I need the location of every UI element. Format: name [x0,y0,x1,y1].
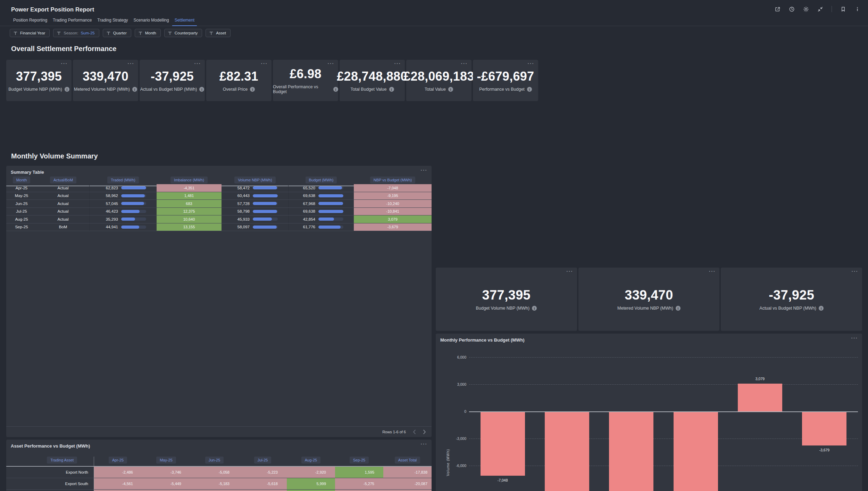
info-icon[interactable]: i [389,87,394,92]
card-menu-button[interactable]: ··· [394,60,401,67]
bookmark-icon[interactable] [840,6,846,12]
cell-month: Jun-25 [6,200,37,207]
cell-value: 35,293 [106,217,118,221]
cell-month-value [239,490,287,491]
info-icon[interactable]: i [199,87,204,92]
cell-type: Actual [37,215,90,223]
panel-menu-button[interactable]: ··· [421,441,428,447]
filter-asset[interactable]: Asset [206,29,231,37]
tab-scenario-modelling[interactable]: Scenario Modelling [134,18,169,26]
cell-volume-nbp: 58,798 [222,208,289,215]
cell-month-value: 5,999 [287,478,335,489]
card-menu-button[interactable]: ··· [528,60,535,67]
cell-value: 58,097 [237,225,250,229]
card-menu-button[interactable]: ··· [461,60,468,67]
info-icon[interactable]: i [532,306,537,311]
open-in-new-icon[interactable] [775,6,781,12]
column-header-apr-25[interactable]: Apr-25 [109,457,127,464]
cell-month-value: -5,449 [142,478,190,489]
next-page-button[interactable] [423,429,426,434]
panel-menu-button[interactable]: ··· [851,335,858,341]
card-menu-button[interactable]: ··· [261,60,268,67]
column-header-actual-bom[interactable]: Actual/BoM [50,177,76,183]
card-menu-button[interactable]: ··· [328,60,335,67]
cell-month: May-25 [6,192,37,200]
info-icon[interactable]: i [132,87,137,92]
section-title-monthly: Monthly Volume Summary [11,152,98,160]
info-icon[interactable]: i [65,87,69,92]
filter-type-icon [138,31,143,35]
card-menu-button[interactable]: ··· [194,60,201,67]
cell-value: 57,045 [106,202,118,206]
kpi-label: Total Budget Value [350,87,386,92]
cell-type: Actual [37,208,90,215]
tab-trading-strategy[interactable]: Trading Strategy [97,18,128,26]
info-icon[interactable]: i [250,87,255,92]
cell-type: Actual [37,184,90,192]
column-header-may-25[interactable]: May-25 [156,457,176,464]
filter-month[interactable]: Month [135,29,161,37]
card-menu-button[interactable]: ··· [61,60,68,67]
info-icon[interactable]: i [527,87,532,92]
info-icon[interactable]: i [819,306,824,311]
cell-month-value: 1,595 [335,467,383,478]
gridline [469,384,858,385]
info-icon[interactable]: i [333,87,338,92]
column-header-nbp-vs-budget-mwh[interactable]: NBP vs Budget (MWh) [370,177,415,183]
theme-brightness-icon[interactable] [803,6,809,12]
cell-nbp-vs-budget: -9,195 [354,192,432,200]
table-row-jun-25: Jun-25Actual57,04568357,72867,968-10,240 [6,200,432,208]
cell-value: 45,933 [237,217,250,221]
cell-budget: 69,638 [289,192,354,200]
cell-value: 62,823 [106,186,118,190]
summary-table-panel: Summary Table ··· MonthActual/BoMTraded … [6,166,432,437]
data-bar [253,226,278,229]
cell-nbp-vs-budget: -7,048 [354,184,432,192]
kpi-row-monthly: ···377,395Budget Volume NBP (MWh)i···339… [436,268,862,331]
cell-value: 46,423 [106,209,118,213]
filter-financial-year[interactable]: Financial Year [10,29,50,37]
clock-icon[interactable] [789,6,795,12]
chart-plot: Volume (MWh) 6,0003,0000-3,000-6,000-7,0… [436,334,862,491]
tab-settlement[interactable]: Settlement [175,18,194,26]
column-header-sep-25[interactable]: Sep-25 [350,457,369,464]
prev-page-button[interactable] [413,429,416,434]
kpi-label: Performance vs Budget [479,87,525,92]
card-menu-button[interactable]: ··· [566,268,573,275]
card-menu-button[interactable]: ··· [709,268,716,275]
card-menu-button[interactable]: ··· [128,60,135,67]
column-header-aug-25[interactable]: Aug-25 [301,457,320,464]
tab-trading-performance[interactable]: Trading Performance [53,18,92,26]
asset-table-panel: Asset Performance vs Budget (MWh) ··· Tr… [6,440,432,491]
info-icon[interactable]: i [448,87,453,92]
filter-quarter[interactable]: Quarter [103,29,131,37]
summary-table-body: Apr-25Actual62,823-4,35158,47265,520-7,0… [6,184,432,231]
kpi-label: Overall Price [223,87,248,92]
kpi-label: Budget Volume NBP (MWh) [476,306,529,311]
tab-position-reporting[interactable]: Position Reporting [13,18,47,26]
column-header-jun-25[interactable]: Jun-25 [205,457,224,464]
panel-menu-button[interactable]: ··· [421,167,428,173]
column-header-budget-mwh[interactable]: Budget (MWh) [306,177,337,183]
axis-tick-label: 0 [443,409,466,414]
card-menu-button[interactable]: ··· [851,268,858,275]
filter-season-sum-25[interactable]: Season:Sum-25 [53,29,99,37]
column-header-volume-nbp-mwh[interactable]: Volume NBP (MWh) [234,177,275,183]
column-header-imbalance-mwh[interactable]: Imbalance (MWh) [170,177,208,183]
kpi-card-performance-vs-budget: ···-£679,697Performance vs Budgeti [473,60,538,101]
column-header-asset-total[interactable]: Asset Total [395,457,420,464]
info-icon[interactable]: i [676,306,681,311]
bar-jun-25 [609,412,653,491]
column-header-jul-25[interactable]: Jul-25 [254,457,272,464]
filter-label: Counterparty [175,31,198,35]
kpi-value: £82.31 [219,69,258,84]
info-icon[interactable] [854,6,860,12]
column-header-month[interactable]: Month [13,177,31,183]
filter-counterparty[interactable]: Counterparty [164,29,202,37]
cell-month-value: -5,618 [239,478,287,489]
axis-tick-label: -6,000 [443,463,466,468]
cell-imbalance: 12,375 [157,208,222,215]
column-header-traded-mwh[interactable]: Traded (MWh) [107,177,139,183]
collapse-icon[interactable] [817,6,823,12]
column-header-trading-asset[interactable]: Trading Asset [47,457,77,464]
